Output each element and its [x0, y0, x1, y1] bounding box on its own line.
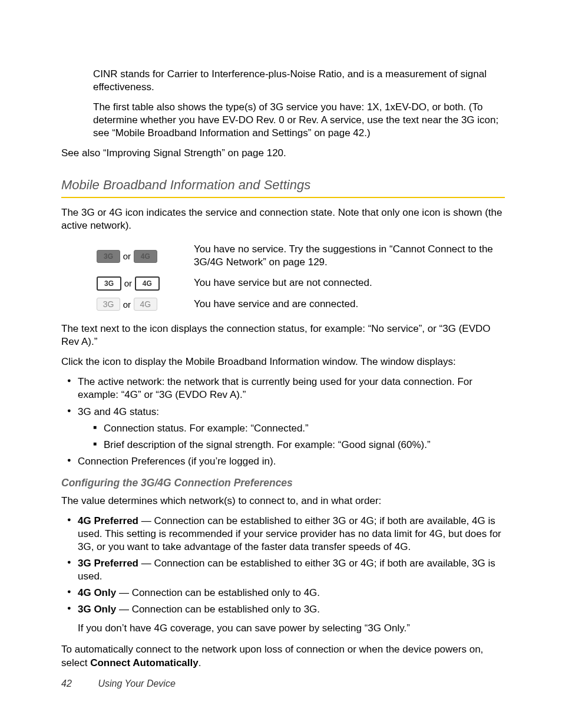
pref-name: 3G Only [78, 604, 116, 615]
see-also: See also “Improving Signal Strength” on … [61, 147, 505, 160]
tail-bold: Connect Automatically [90, 657, 199, 668]
page-footer: 42 Using Your Device [61, 678, 176, 690]
tail-paragraph: To automatically connect to the network … [61, 643, 505, 669]
3g-icon-connected: 3G [97, 298, 120, 311]
tail-post: . [199, 657, 201, 668]
page-number: 42 [61, 678, 95, 690]
subsection-heading: Configuring the 3G/4G Connection Prefere… [61, 476, 505, 490]
pref-list: 4G Preferred — Connection can be establi… [61, 515, 505, 617]
4g-icon-connected: 4G [134, 298, 157, 311]
pref-desc: — Connection can be established to eithe… [78, 558, 495, 582]
4g-icon-not-connected: 4G [135, 276, 160, 291]
section-heading: Mobile Broadband Information and Setting… [61, 177, 505, 194]
4g-icon-no-service: 4G [134, 250, 157, 263]
click-icon-explain: Click the icon to display the Mobile Bro… [61, 355, 505, 368]
icon-status-table: 3G or 4G You have no service. Try the su… [65, 239, 505, 314]
pref-name: 3G Preferred [78, 558, 138, 569]
list-item: 4G Preferred — Connection can be establi… [61, 515, 505, 554]
3g-icon-no-service: 3G [97, 250, 120, 263]
pref-name: 4G Preferred [78, 515, 138, 526]
intro-service-types: The first table also shows the type(s) o… [93, 101, 505, 140]
pref-followup: If you don’t have 4G coverage, you can s… [78, 622, 505, 635]
pref-desc: — Connection can be established only to … [116, 604, 320, 615]
table-row: 3G or 4G You have no service. Try the su… [65, 239, 505, 272]
subsection-lead: The value determines which network(s) to… [61, 495, 505, 508]
or-text: or [124, 278, 132, 288]
list-item: The active network: the network that is … [61, 375, 505, 401]
row-desc: You have service and are connected. [194, 294, 505, 315]
chapter-title: Using Your Device [98, 678, 175, 689]
list-item: 3G Only — Connection can be established … [61, 603, 505, 616]
list-item: Connection status. For example: “Connect… [91, 422, 505, 435]
page: CINR stands for Carrier to Interference-… [0, 0, 562, 728]
3g-icon-not-connected: 3G [97, 276, 121, 291]
list-item: 4G Only — Connection can be established … [61, 587, 505, 599]
list-item: Connection Preferences (if you’re logged… [61, 455, 505, 468]
pref-desc: — Connection can be established to eithe… [78, 515, 501, 552]
section-rule [61, 197, 505, 198]
intro-cinr: CINR stands for Carrier to Interference-… [93, 68, 505, 94]
table-row: 3G or 4G You have service and are connec… [65, 294, 505, 315]
section-lead: The 3G or 4G icon indicates the service … [61, 206, 505, 232]
list-item-text: 3G and 4G status: [78, 406, 159, 417]
pref-name: 4G Only [78, 587, 116, 598]
row-desc: You have no service. Try the suggestions… [194, 239, 505, 272]
list-item: 3G Preferred — Connection can be establi… [61, 557, 505, 583]
or-text: or [123, 251, 131, 261]
row-desc: You have service but are not connected. [194, 273, 505, 294]
table-row: 3G or 4G You have service but are not co… [65, 273, 505, 294]
icon-text-explain: The text next to the icon displays the c… [61, 322, 505, 348]
status-sublist: Connection status. For example: “Connect… [91, 422, 505, 452]
or-text: or [123, 299, 131, 309]
pref-desc: — Connection can be established only to … [116, 587, 320, 598]
list-item: Brief description of the signal strength… [91, 439, 505, 452]
window-displays-list: The active network: the network that is … [61, 375, 505, 468]
list-item: 3G and 4G status: Connection status. For… [61, 406, 505, 452]
